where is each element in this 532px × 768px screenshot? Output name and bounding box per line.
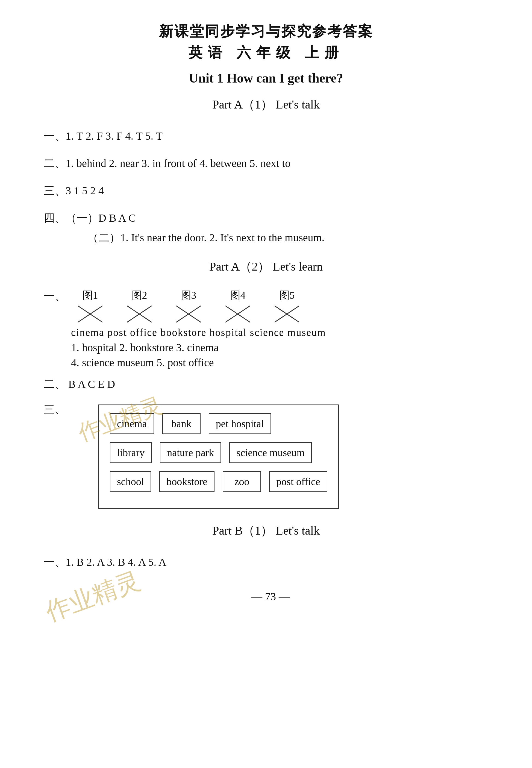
cross-2 xyxy=(126,304,153,324)
section4-part1: 四、（一）D B A C xyxy=(44,208,488,228)
page-number: — 73 — xyxy=(251,590,290,603)
section1-content: 1. T 2. F 3. F 4. T 5. T xyxy=(66,130,163,142)
bottom-watermark-area: 作业精灵 — 73 — xyxy=(44,580,488,613)
part-a2-title: Part A（2） Let's learn xyxy=(44,259,488,275)
answer-line-1: 1. hospital 2. bookstore 3. cinema xyxy=(71,341,488,354)
grid-cell-cinema: cinema xyxy=(110,413,154,434)
grid-cell-zoo: zoo xyxy=(223,471,261,492)
section4-part2: （二）1. It's near the door. 2. It's next t… xyxy=(87,228,488,248)
section2-label: 二、 xyxy=(44,157,66,169)
section-4: 四、（一）D B A C （二）1. It's near the door. 2… xyxy=(44,208,488,248)
figure-4: 图4 xyxy=(224,288,251,324)
figure-5: 图5 xyxy=(273,288,301,324)
grid-cell-science-museum: science museum xyxy=(229,442,312,463)
cross-4 xyxy=(224,304,251,324)
figure-2: 图2 xyxy=(126,288,153,324)
part-a1-title: Part A（1） Let's talk xyxy=(44,96,488,113)
grid-cell-bookstore: bookstore xyxy=(159,471,214,492)
section2-content: 1. behind 2. near 3. in front of 4. betw… xyxy=(66,157,290,169)
unit-title: Unit 1 How can I get there? xyxy=(44,71,488,86)
figure-3: 图3 xyxy=(175,288,202,324)
part-a2-section2: 二、 B A C E D xyxy=(44,374,488,394)
part-b1-section1: 一、1. B 2. A 3. B 4. A 5. A xyxy=(44,552,488,572)
section4-1-content: （一）D B A C xyxy=(66,212,136,224)
section1-label: 一、 xyxy=(44,130,66,142)
section-2: 二、1. behind 2. near 3. in front of 4. be… xyxy=(44,154,488,173)
title-main: 新课堂同步学习与探究参考答案 xyxy=(44,22,488,41)
section-1: 一、1. T 2. F 3. F 4. T 5. T xyxy=(44,126,488,146)
section3-label: 三、 xyxy=(44,184,66,197)
figure-5-label: 图5 xyxy=(279,288,295,302)
grid-cell-library: library xyxy=(110,442,152,463)
section4-label: 四、 xyxy=(44,212,66,224)
cross-3 xyxy=(175,304,202,324)
figure-1-label: 图1 xyxy=(83,288,98,302)
grid-cell-post-office: post office xyxy=(269,471,327,492)
section3-content: 3 1 5 2 4 xyxy=(66,184,104,197)
grid-row-3: school bookstore zoo post office xyxy=(110,471,327,492)
part-b1-title: Part B（1） Let's talk xyxy=(44,523,488,539)
part-a2-section2-content: B A C E D xyxy=(68,378,115,390)
cross-1 xyxy=(77,304,104,324)
grid-container: cinema bank pet hospital library nature … xyxy=(98,404,339,509)
cross-5 xyxy=(273,304,301,324)
title-sub: 英语 六年级 上册 xyxy=(44,43,488,62)
part-b1-section1-label: 一、 xyxy=(44,556,66,568)
bottom-watermark-text: 作业精灵 xyxy=(41,564,145,629)
part-a2-section2-label: 二、 xyxy=(44,378,66,390)
section-3: 三、3 1 5 2 4 xyxy=(44,181,488,201)
part-a2-section1-label: 一、 xyxy=(44,288,66,303)
grid-row-2: library nature park science museum xyxy=(110,442,327,463)
figures-row: 一、 图1 图2 图3 图4 xyxy=(44,288,488,324)
grid-cell-nature-park: nature park xyxy=(160,442,221,463)
answer-line-2: 4. science museum 5. post office xyxy=(71,356,488,369)
grid-cell-pet-hospital: pet hospital xyxy=(209,413,271,434)
grid-row-1: cinema bank pet hospital xyxy=(110,413,327,434)
part-a2-section3-label: 三、 xyxy=(44,402,66,417)
page-header: 新课堂同步学习与探究参考答案 英语 六年级 上册 Unit 1 How can … xyxy=(44,22,488,113)
figure-3-label: 图3 xyxy=(181,288,196,302)
figures-container: 图1 图2 图3 图4 xyxy=(77,288,301,324)
figure-4-label: 图4 xyxy=(230,288,246,302)
watermark-area: 作业精灵 cinema bank pet hospital library na… xyxy=(71,402,339,512)
places-row: cinema post office bookstore hospital sc… xyxy=(71,326,488,338)
grid-cell-bank: bank xyxy=(162,413,201,434)
grid-cell-school: school xyxy=(110,471,151,492)
part-b1-section1-content: 1. B 2. A 3. B 4. A 5. A xyxy=(66,556,166,568)
figure-1: 图1 xyxy=(77,288,104,324)
part-a2-section3-row: 三、 作业精灵 cinema bank pet hospital library… xyxy=(44,402,488,512)
figure-2-label: 图2 xyxy=(132,288,147,302)
